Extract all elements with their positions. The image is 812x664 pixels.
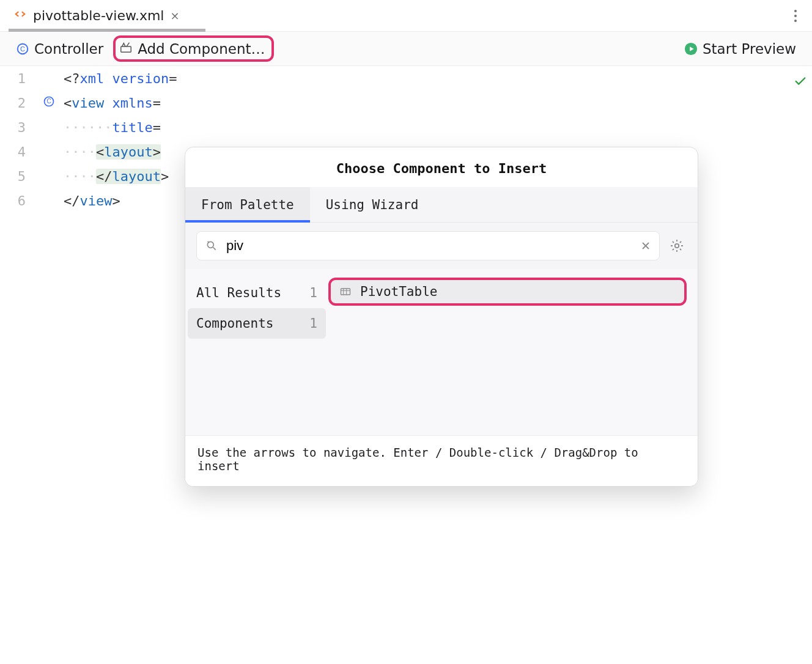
svg-rect-5 bbox=[121, 46, 131, 52]
line-number: 2 bbox=[0, 95, 37, 111]
editor-toolbar: C Controller Add Component… Start Previe… bbox=[0, 32, 812, 66]
controller-label: Controller bbox=[34, 41, 103, 57]
line-number: 5 bbox=[0, 169, 37, 184]
tab-from-palette-label: From Palette bbox=[201, 197, 294, 212]
close-tab-icon[interactable]: × bbox=[170, 9, 179, 22]
svg-point-2 bbox=[794, 20, 797, 22]
start-preview-button[interactable]: Start Preview bbox=[679, 39, 801, 59]
start-preview-label: Start Preview bbox=[703, 41, 796, 57]
facet-count: 1 bbox=[309, 316, 317, 331]
facet-label: All Results bbox=[196, 286, 281, 300]
code-content: </view> bbox=[64, 193, 120, 208]
palette-icon bbox=[119, 40, 133, 57]
svg-point-10 bbox=[675, 244, 679, 248]
editor-more-menu[interactable] bbox=[779, 0, 812, 32]
code-content: ····</layout> bbox=[64, 169, 169, 184]
popup-hint: Use the arrows to navigate. Enter / Doub… bbox=[185, 435, 698, 486]
search-box[interactable] bbox=[196, 231, 660, 260]
popup-title: Choose Component to Insert bbox=[185, 147, 698, 187]
result-row[interactable]: PivotTable bbox=[328, 278, 687, 306]
controller-button[interactable]: C Controller bbox=[11, 39, 108, 59]
facet-item[interactable]: Components1 bbox=[188, 308, 326, 339]
search-input[interactable] bbox=[226, 238, 632, 254]
result-label: PivotTable bbox=[360, 284, 437, 299]
popup-tab-row: From Palette Using Wizard bbox=[185, 187, 698, 223]
file-tab-filename: pivottable-view.xml bbox=[33, 8, 164, 23]
code-content: ····<layout> bbox=[64, 144, 161, 160]
code-line[interactable]: 1<?xml version= bbox=[0, 66, 812, 90]
choose-component-popup: Choose Component to Insert From Palette … bbox=[185, 147, 698, 487]
line-number: 4 bbox=[0, 144, 37, 160]
code-editor[interactable]: 1<?xml version=2<view xmlns=3······title… bbox=[0, 66, 812, 664]
component-icon bbox=[339, 286, 352, 298]
code-content: ······title= bbox=[64, 120, 161, 135]
add-component-button[interactable]: Add Component… bbox=[113, 35, 273, 62]
line-number: 1 bbox=[0, 71, 37, 86]
svg-point-9 bbox=[207, 242, 213, 248]
popup-settings-button[interactable] bbox=[667, 238, 687, 253]
add-component-label: Add Component… bbox=[138, 41, 265, 57]
line-number: 3 bbox=[0, 120, 37, 135]
facet-count: 1 bbox=[309, 286, 317, 300]
facet-list: All Results1Components1 bbox=[185, 269, 328, 435]
svg-text:C: C bbox=[46, 98, 51, 105]
code-line[interactable]: 2<view xmlns= bbox=[0, 90, 812, 115]
code-content: <view xmlns= bbox=[64, 95, 161, 111]
tab-using-wizard[interactable]: Using Wizard bbox=[310, 187, 435, 222]
svg-rect-11 bbox=[341, 289, 350, 295]
svg-text:C: C bbox=[20, 45, 25, 52]
result-list: PivotTable bbox=[328, 269, 698, 435]
xml-file-icon bbox=[13, 7, 27, 24]
tab-using-wizard-label: Using Wizard bbox=[326, 197, 419, 212]
svg-point-0 bbox=[794, 10, 797, 12]
facet-item[interactable]: All Results1 bbox=[185, 278, 328, 308]
file-tab-active[interactable]: pivottable-view.xml × bbox=[0, 0, 190, 32]
popup-body: All Results1Components1 PivotTable bbox=[185, 269, 698, 435]
search-icon bbox=[205, 240, 218, 252]
controller-gutter-icon[interactable]: C bbox=[40, 95, 57, 111]
popup-search-row bbox=[185, 223, 698, 269]
facet-label: Components bbox=[196, 316, 273, 331]
inspection-ok-icon[interactable] bbox=[794, 75, 807, 91]
svg-point-1 bbox=[794, 15, 797, 17]
code-content: <?xml version= bbox=[64, 71, 177, 86]
code-line[interactable]: 3······title= bbox=[0, 115, 812, 139]
editor-tab-row: pivottable-view.xml × bbox=[0, 0, 812, 32]
clear-search-icon[interactable] bbox=[641, 238, 651, 254]
tab-from-palette[interactable]: From Palette bbox=[185, 187, 310, 222]
line-number: 6 bbox=[0, 193, 37, 208]
